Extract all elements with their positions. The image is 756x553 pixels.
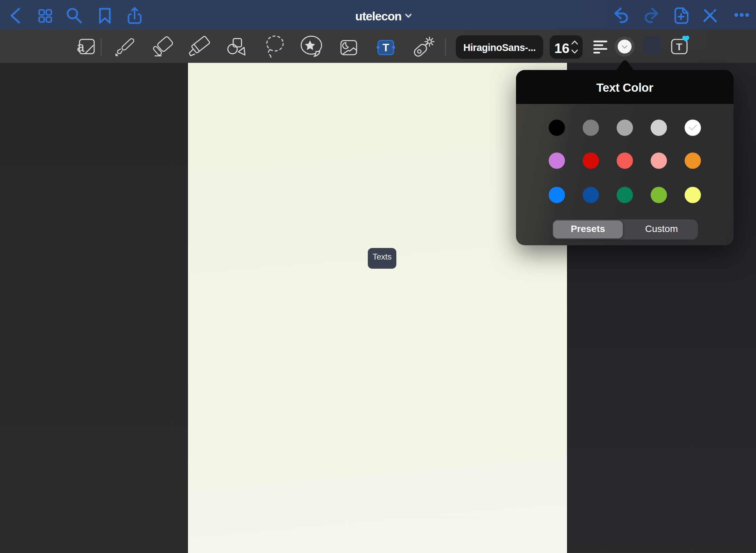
svg-text:T: T bbox=[382, 41, 389, 54]
svg-text:T: T bbox=[676, 41, 682, 52]
svg-text:a: a bbox=[77, 39, 85, 54]
